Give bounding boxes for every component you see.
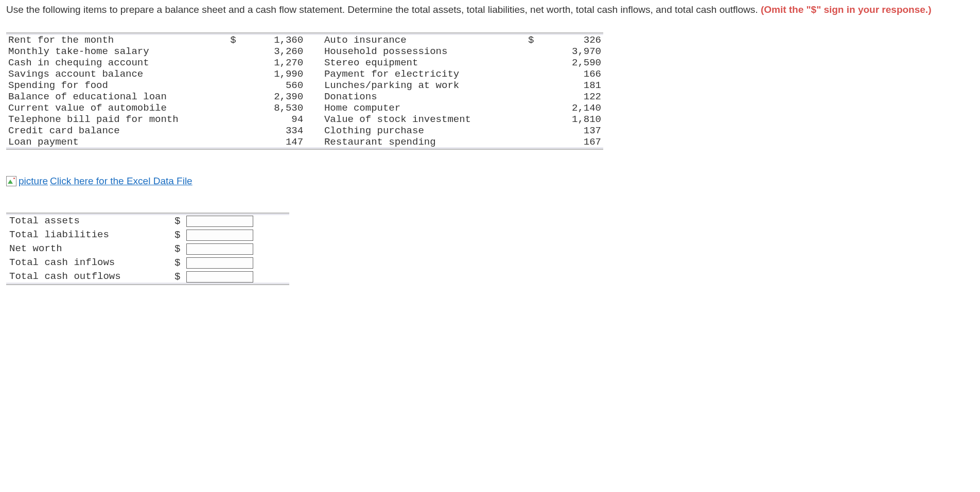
item-label: Rent for the month — [6, 34, 228, 46]
answer-row: Total liabilities$ — [6, 228, 289, 242]
currency-symbol — [526, 57, 544, 68]
currency-symbol — [526, 91, 544, 102]
currency-symbol — [228, 136, 246, 148]
data-row: Balance of educational loan2,390Donation… — [6, 91, 603, 102]
item-label: Credit card balance — [6, 125, 228, 136]
item-value: 1,810 — [544, 114, 603, 125]
data-row: Loan payment147Restaurant spending167 — [6, 136, 603, 148]
instructions: Use the following items to prepare a bal… — [6, 3, 974, 17]
item-label: Spending for food — [6, 80, 228, 91]
excel-data-file-link[interactable]: picture Click here for the Excel Data Fi… — [6, 175, 192, 187]
currency-symbol: $ — [167, 256, 183, 270]
currency-symbol: $ — [167, 214, 183, 228]
currency-symbol — [228, 91, 246, 102]
currency-symbol: $ — [167, 242, 183, 256]
answer-label: Total liabilities — [6, 228, 167, 242]
currency-symbol — [228, 46, 246, 57]
currency-symbol — [228, 68, 246, 80]
answer-input-1[interactable] — [186, 230, 253, 241]
answer-label: Total cash outflows — [6, 270, 167, 284]
answer-block: Total assets$Total liabilities$Net worth… — [6, 213, 289, 285]
answer-label: Total cash inflows — [6, 256, 167, 270]
data-row: Telephone bill paid for month94Value of … — [6, 114, 603, 125]
data-row: Monthly take-home salary3,260Household p… — [6, 46, 603, 57]
item-value: 2,390 — [246, 91, 305, 102]
currency-symbol — [526, 68, 544, 80]
data-row: Spending for food560Lunches/parking at w… — [6, 80, 603, 91]
currency-symbol — [526, 80, 544, 91]
answer-label: Total assets — [6, 214, 167, 228]
item-value: 166 — [544, 68, 603, 80]
data-row: Credit card balance334Clothing purchase1… — [6, 125, 603, 136]
answer-row: Total cash inflows$ — [6, 256, 289, 270]
item-label: Savings account balance — [6, 68, 228, 80]
item-value: 181 — [544, 80, 603, 91]
item-value: 3,260 — [246, 46, 305, 57]
item-value: 167 — [544, 136, 603, 148]
item-label: Monthly take-home salary — [6, 46, 228, 57]
item-label: Payment for electricity — [322, 68, 526, 80]
currency-symbol — [228, 80, 246, 91]
item-value: 560 — [246, 80, 305, 91]
currency-symbol: $ — [526, 34, 544, 46]
currency-symbol: $ — [228, 34, 246, 46]
item-label: Auto insurance — [322, 34, 526, 46]
instructions-warning: (Omit the "$" sign in your response.) — [761, 4, 932, 15]
given-data-table: Rent for the month$1,360Auto insurance$3… — [6, 34, 603, 148]
item-label: Value of stock investment — [322, 114, 526, 125]
item-label: Balance of educational loan — [6, 91, 228, 102]
data-row: Savings account balance1,990Payment for … — [6, 68, 603, 80]
answer-input-0[interactable] — [186, 216, 253, 227]
item-label: Household possessions — [322, 46, 526, 57]
item-value: 1,270 — [246, 57, 305, 68]
item-value: 122 — [544, 91, 603, 102]
answer-input-3[interactable] — [186, 257, 253, 269]
item-label: Cash in chequing account — [6, 57, 228, 68]
answer-table: Total assets$Total liabilities$Net worth… — [6, 214, 289, 284]
item-label: Clothing purchase — [322, 125, 526, 136]
currency-symbol — [228, 114, 246, 125]
currency-symbol — [228, 57, 246, 68]
answer-row: Total cash outflows$ — [6, 270, 289, 284]
item-value: 8,530 — [246, 102, 305, 114]
currency-symbol: $ — [167, 270, 183, 284]
item-label: Telephone bill paid for month — [6, 114, 228, 125]
item-value: 1,360 — [246, 34, 305, 46]
item-label: Current value of automobile — [6, 102, 228, 114]
item-value: 94 — [246, 114, 305, 125]
data-row: Current value of automobile8,530Home com… — [6, 102, 603, 114]
answer-input-2[interactable] — [186, 243, 253, 255]
currency-symbol — [228, 102, 246, 114]
currency-symbol: $ — [167, 228, 183, 242]
instructions-text: Use the following items to prepare a bal… — [6, 4, 761, 15]
data-row: Rent for the month$1,360Auto insurance$3… — [6, 34, 603, 46]
item-label: Donations — [322, 91, 526, 102]
answer-input-4[interactable] — [186, 271, 253, 283]
answer-row: Net worth$ — [6, 242, 289, 256]
excel-link-text: Click here for the Excel Data File — [50, 175, 192, 187]
item-label: Loan payment — [6, 136, 228, 148]
currency-symbol — [526, 46, 544, 57]
item-value: 2,140 — [544, 102, 603, 114]
item-value: 147 — [246, 136, 305, 148]
item-label: Stereo equipment — [322, 57, 526, 68]
item-value: 3,970 — [544, 46, 603, 57]
currency-symbol — [526, 114, 544, 125]
item-label: Home computer — [322, 102, 526, 114]
item-value: 326 — [544, 34, 603, 46]
given-data-block: Rent for the month$1,360Auto insurance$3… — [6, 32, 603, 150]
item-value: 1,990 — [246, 68, 305, 80]
data-row: Cash in chequing account1,270Stereo equi… — [6, 57, 603, 68]
currency-symbol — [228, 125, 246, 136]
answer-row: Total assets$ — [6, 214, 289, 228]
picture-icon — [6, 176, 16, 186]
answer-label: Net worth — [6, 242, 167, 256]
currency-symbol — [526, 136, 544, 148]
item-value: 137 — [544, 125, 603, 136]
currency-symbol — [526, 125, 544, 136]
excel-link-prefix: picture — [19, 175, 48, 187]
item-label: Restaurant spending — [322, 136, 526, 148]
item-value: 2,590 — [544, 57, 603, 68]
item-label: Lunches/parking at work — [322, 80, 526, 91]
currency-symbol — [526, 102, 544, 114]
